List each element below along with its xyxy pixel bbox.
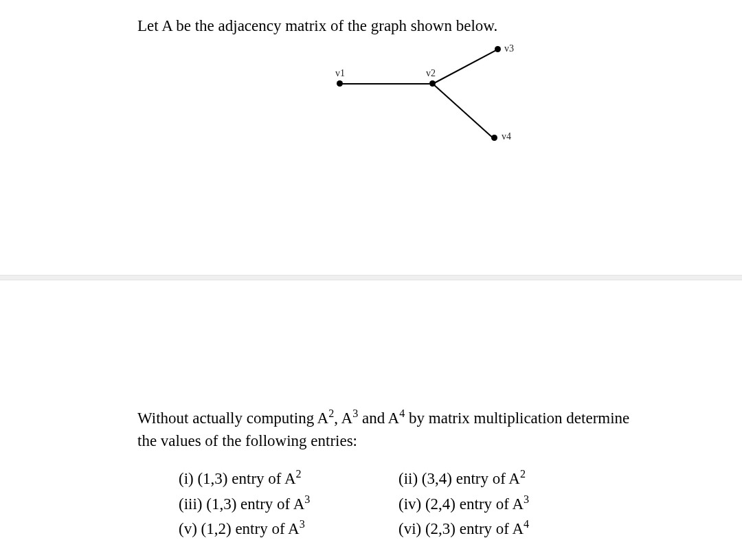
edge-v2-v4 — [432, 83, 495, 139]
vertex-v2 — [429, 80, 436, 87]
prompt-text: Without actually computing A2, A3 and A4… — [137, 405, 639, 452]
graph-figure: v1 v2 v3 v4 — [289, 42, 632, 166]
prompt-part-a: Without actually computing A — [137, 410, 328, 427]
entry-iii: (iii) (1,3) entry of A3 — [179, 491, 398, 516]
entry-vi-text: (vi) (2,3) entry of A — [398, 519, 524, 537]
vertex-v3 — [495, 46, 501, 52]
vertex-v4 — [491, 135, 497, 141]
entry-iv: (iv) (2,4) entry of A3 — [398, 491, 618, 516]
intro-text: Let A be the adjacency matrix of the gra… — [137, 17, 639, 35]
entry-v-text: (v) (1,2) entry of A — [179, 519, 300, 537]
label-v4: v4 — [502, 131, 511, 142]
page-divider — [0, 275, 742, 280]
entry-iii-sup: 3 — [304, 493, 310, 505]
prompt-part-c: and A — [358, 410, 399, 427]
vertex-v1 — [337, 80, 343, 87]
edge-v1-v2 — [340, 83, 429, 85]
lower-content: Without actually computing A2, A3 and A4… — [137, 405, 639, 541]
entry-v: (v) (1,2) entry of A3 — [179, 516, 398, 541]
entries-grid: (i) (1,3) entry of A2 (iii) (1,3) entry … — [137, 466, 639, 540]
label-v1: v1 — [335, 68, 345, 79]
entry-iv-text: (iv) (2,4) entry of A — [398, 495, 524, 512]
entry-iv-sup: 3 — [524, 493, 529, 505]
entry-vi-sup: 4 — [524, 518, 529, 530]
label-v2: v2 — [426, 68, 436, 79]
entry-ii-text: (ii) (3,4) entry of A — [398, 470, 520, 487]
entry-i: (i) (1,3) entry of A2 — [179, 466, 398, 491]
upper-content: Let A be the adjacency matrix of the gra… — [137, 17, 639, 166]
entries-col-left: (i) (1,3) entry of A2 (iii) (1,3) entry … — [179, 466, 398, 540]
entry-ii: (ii) (3,4) entry of A2 — [398, 466, 618, 491]
entry-v-sup: 3 — [300, 518, 305, 530]
label-v3: v3 — [504, 43, 514, 54]
entry-i-text: (i) (1,3) entry of A — [179, 470, 296, 487]
edge-v2-v3 — [433, 48, 499, 84]
entry-vi: (vi) (2,3) entry of A4 — [398, 516, 618, 541]
entry-iii-text: (iii) (1,3) entry of A — [179, 495, 304, 512]
prompt-part-b: , A — [334, 410, 352, 427]
entry-ii-sup: 2 — [520, 468, 526, 480]
sup-3a: 3 — [352, 407, 358, 419]
entries-col-right: (ii) (3,4) entry of A2 (iv) (2,4) entry … — [398, 466, 618, 540]
entry-i-sup: 2 — [296, 468, 302, 480]
